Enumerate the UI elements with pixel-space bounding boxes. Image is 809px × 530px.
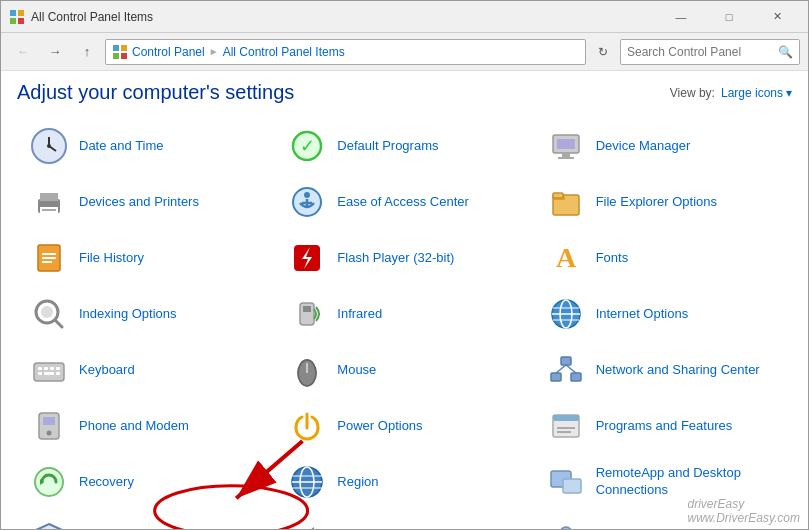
control-item-mouse[interactable]: Mouse: [275, 342, 533, 398]
keyboard-label: Keyboard: [79, 362, 135, 379]
remoteapp-icon: [546, 462, 586, 502]
window-title: All Control Panel Items: [31, 10, 658, 24]
svg-rect-67: [553, 415, 579, 421]
svg-rect-40: [303, 306, 311, 312]
control-item-devices-printers[interactable]: Devices and Printers: [17, 174, 275, 230]
refresh-button[interactable]: ↻: [590, 39, 616, 65]
control-item-device-manager[interactable]: Device Manager: [534, 118, 792, 174]
svg-line-60: [556, 365, 566, 373]
control-item-speech-recognition[interactable]: Speech Recognition: [534, 510, 792, 530]
up-button[interactable]: ↑: [73, 38, 101, 66]
control-item-file-explorer-options[interactable]: File Explorer Options: [534, 174, 792, 230]
svg-rect-58: [551, 373, 561, 381]
indexing-options-icon: [29, 294, 69, 334]
devices-printers-label: Devices and Printers: [79, 194, 199, 211]
forward-button[interactable]: →: [41, 38, 69, 66]
svg-rect-17: [558, 157, 574, 159]
network-sharing-icon: [546, 350, 586, 390]
svg-rect-19: [40, 193, 58, 201]
minimize-button[interactable]: —: [658, 3, 704, 31]
region-label: Region: [337, 474, 378, 491]
control-item-recovery[interactable]: Recovery: [17, 454, 275, 510]
view-by-label: View by:: [670, 86, 715, 100]
file-history-label: File History: [79, 250, 144, 267]
control-item-infrared[interactable]: Infrared: [275, 286, 533, 342]
speech-recognition-icon: [546, 518, 586, 530]
svg-rect-59: [571, 373, 581, 381]
breadcrumb-all-items[interactable]: All Control Panel Items: [223, 45, 345, 59]
mouse-icon: [287, 350, 327, 390]
svg-rect-6: [113, 53, 119, 59]
breadcrumb-control-panel[interactable]: Control Panel: [132, 45, 205, 59]
svg-rect-30: [42, 253, 56, 255]
recovery-label: Recovery: [79, 474, 134, 491]
svg-rect-47: [38, 367, 42, 370]
svg-rect-28: [553, 193, 563, 198]
control-item-file-history[interactable]: File History: [17, 230, 275, 286]
fonts-label: Fonts: [596, 250, 629, 267]
window-icon: [9, 9, 25, 25]
control-item-internet-options[interactable]: Internet Options: [534, 286, 792, 342]
svg-point-70: [35, 468, 63, 496]
svg-rect-68: [557, 427, 575, 429]
svg-rect-15: [557, 139, 575, 149]
svg-text:A: A: [556, 242, 577, 273]
svg-line-61: [566, 365, 576, 373]
network-sharing-label: Network and Sharing Center: [596, 362, 760, 379]
svg-rect-16: [562, 153, 570, 157]
control-item-indexing-options[interactable]: Indexing Options: [17, 286, 275, 342]
control-item-region[interactable]: Region: [275, 454, 533, 510]
phone-modem-icon: [29, 406, 69, 446]
svg-rect-51: [38, 372, 42, 375]
back-button[interactable]: ←: [9, 38, 37, 66]
maximize-button[interactable]: □: [706, 3, 752, 31]
devices-printers-icon: [29, 182, 69, 222]
file-history-icon: [29, 238, 69, 278]
control-item-date-time[interactable]: Date and Time: [17, 118, 275, 174]
infrared-icon: [287, 294, 327, 334]
svg-rect-21: [42, 209, 56, 211]
date-time-label: Date and Time: [79, 138, 164, 155]
svg-rect-52: [44, 372, 54, 375]
close-button[interactable]: ✕: [754, 3, 800, 31]
control-item-phone-modem[interactable]: Phone and Modem: [17, 398, 275, 454]
control-item-ease-of-access[interactable]: Ease of Access Center: [275, 174, 533, 230]
control-item-sound[interactable]: Sound: [275, 510, 533, 530]
svg-text:✓: ✓: [300, 136, 315, 156]
control-item-power-options[interactable]: Power Options: [275, 398, 533, 454]
programs-features-icon: [546, 406, 586, 446]
flash-player-icon: [287, 238, 327, 278]
fonts-icon: A: [546, 238, 586, 278]
control-item-fonts[interactable]: AFonts: [534, 230, 792, 286]
address-bar: Control Panel ► All Control Panel Items: [105, 39, 586, 65]
svg-rect-31: [42, 257, 56, 259]
sound-icon: [287, 518, 327, 530]
main-content: Adjust your computer's settings View by:…: [1, 71, 808, 530]
control-item-default-programs[interactable]: ✓Default Programs: [275, 118, 533, 174]
search-bar: 🔍: [620, 39, 800, 65]
region-icon: [287, 462, 327, 502]
ease-of-access-label: Ease of Access Center: [337, 194, 469, 211]
phone-modem-label: Phone and Modem: [79, 418, 189, 435]
svg-point-11: [47, 144, 51, 148]
view-by-value-text: Large icons: [721, 86, 783, 100]
device-manager-icon: [546, 126, 586, 166]
page-header: Adjust your computer's settings View by:…: [17, 81, 792, 104]
control-item-remoteapp[interactable]: RemoteApp and Desktop Connections: [534, 454, 792, 510]
view-by-dropdown[interactable]: Large icons ▾: [721, 86, 792, 100]
control-item-keyboard[interactable]: Keyboard: [17, 342, 275, 398]
nav-bar: ← → ↑ Control Panel ► All Control Panel …: [1, 33, 808, 71]
ease-of-access-icon: [287, 182, 327, 222]
control-item-security-maintenance[interactable]: ✓Security and Maintenance: [17, 510, 275, 530]
svg-point-64: [47, 431, 52, 436]
search-input[interactable]: [627, 45, 778, 59]
control-item-network-sharing[interactable]: Network and Sharing Center: [534, 342, 792, 398]
svg-point-38: [41, 306, 53, 318]
control-item-programs-features[interactable]: Programs and Features: [534, 398, 792, 454]
window-controls: — □ ✕: [658, 3, 800, 31]
control-item-flash-player[interactable]: Flash Player (32-bit): [275, 230, 533, 286]
svg-rect-63: [43, 417, 55, 425]
title-bar: All Control Panel Items — □ ✕: [1, 1, 808, 33]
svg-point-23: [304, 192, 310, 198]
search-icon[interactable]: 🔍: [778, 45, 793, 59]
